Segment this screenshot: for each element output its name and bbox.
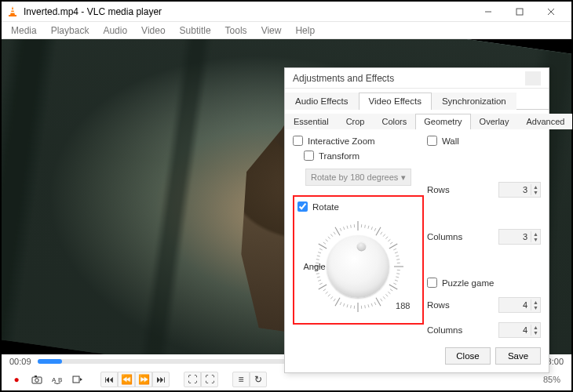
loop-button[interactable]: ↻ <box>250 372 267 387</box>
subtab-overlay[interactable]: Overlay <box>471 114 518 129</box>
minimize-button[interactable] <box>473 2 504 21</box>
subtab-geometry[interactable]: Geometry <box>415 114 470 129</box>
next-button[interactable]: ⏭ <box>152 372 170 387</box>
svg-line-80 <box>335 227 340 235</box>
fullscreen-button[interactable]: ⛶ <box>184 372 201 387</box>
maximize-button[interactable] <box>504 2 535 21</box>
menu-media[interactable]: Media <box>5 24 43 38</box>
svg-line-70 <box>316 260 319 260</box>
angle-label: Angle <box>303 262 325 271</box>
titlebar: Inverted.mp4 - VLC media player <box>2 2 571 22</box>
puzzle-columns-spin[interactable]: 4▲▼ <box>498 322 541 338</box>
window-title: Inverted.mp4 - VLC media player <box>24 6 473 17</box>
dialog-titlebar: Adjustments and Effects <box>285 68 549 89</box>
svg-line-54 <box>344 303 345 307</box>
svg-line-78 <box>331 234 334 237</box>
close-button[interactable] <box>535 2 567 21</box>
svg-line-71 <box>317 256 320 256</box>
svg-text:A: A <box>52 376 57 383</box>
volume-percent: 85% <box>543 375 565 384</box>
menu-audio[interactable]: Audio <box>97 24 133 38</box>
svg-line-81 <box>341 228 342 231</box>
wall-checkbox[interactable]: Wall <box>427 136 541 146</box>
menubar: Media Playback Audio Video Subtitle Tool… <box>2 22 571 39</box>
tab-audio-effects[interactable]: Audio Effects <box>285 93 359 110</box>
svg-line-47 <box>368 304 369 307</box>
subtab-colors[interactable]: Colors <box>373 114 415 129</box>
puzzle-columns-label: Columns <box>427 325 462 335</box>
puzzle-rows-spin[interactable]: 4▲▼ <box>498 297 541 313</box>
wall-rows-spin[interactable]: 3▲▼ <box>498 182 541 198</box>
tab-video-effects[interactable]: Video Effects <box>359 93 432 110</box>
wall-columns-label: Columns <box>427 232 462 241</box>
wall-columns-spin[interactable]: 3▲▼ <box>498 229 541 245</box>
svg-line-18 <box>372 227 373 230</box>
svg-line-39 <box>390 289 392 291</box>
angle-value: 188 <box>396 301 410 310</box>
tab-synchronization[interactable]: Synchronization <box>432 93 516 110</box>
svg-line-59 <box>328 294 330 296</box>
svg-line-53 <box>347 304 348 307</box>
menu-subtitle[interactable]: Subtitle <box>173 24 217 38</box>
prev-button[interactable]: ⏮ <box>100 372 118 387</box>
svg-line-23 <box>386 237 389 239</box>
subtab-advanced[interactable]: Advanced <box>517 114 573 129</box>
svg-line-29 <box>396 256 400 256</box>
subtab-essential[interactable]: Essential <box>285 114 338 129</box>
menu-video[interactable]: Video <box>135 24 171 38</box>
svg-line-63 <box>319 283 323 285</box>
svg-line-43 <box>381 299 382 301</box>
svg-line-21 <box>381 232 382 234</box>
playlist-button[interactable]: ≡ <box>232 372 250 387</box>
dialog-close-icon[interactable] <box>525 71 541 85</box>
menu-tools[interactable]: Tools <box>219 24 254 38</box>
interactive-zoom-checkbox[interactable]: Interactive Zoom <box>293 136 424 146</box>
svg-line-17 <box>368 226 369 229</box>
rewind-button[interactable]: ⏪ <box>118 372 135 387</box>
svg-marker-13 <box>80 378 82 381</box>
svg-line-57 <box>334 299 335 301</box>
svg-line-37 <box>394 283 397 285</box>
svg-line-56 <box>335 298 340 306</box>
menu-view[interactable]: View <box>255 24 288 38</box>
svg-rect-4 <box>516 9 523 15</box>
svg-line-22 <box>384 234 386 237</box>
frame-step-button[interactable] <box>69 372 86 387</box>
svg-line-34 <box>397 274 400 274</box>
sub-tabs: Essential Crop Colors Geometry Overlay A… <box>285 110 549 129</box>
menu-playback[interactable]: Playback <box>45 24 96 38</box>
svg-line-66 <box>316 274 319 274</box>
record-button[interactable]: ● <box>8 372 25 387</box>
svg-line-77 <box>328 237 330 239</box>
svg-line-26 <box>389 244 397 249</box>
svg-line-35 <box>396 277 400 278</box>
close-button[interactable]: Close <box>445 347 491 365</box>
rotate-dial[interactable]: Angle 188 <box>306 216 410 317</box>
svg-line-55 <box>341 302 342 305</box>
menu-help[interactable]: Help <box>289 24 321 38</box>
transform-select[interactable]: Rotate by 180 degrees ▾ <box>305 169 411 186</box>
forward-button[interactable]: ⏩ <box>135 372 152 387</box>
svg-line-28 <box>395 252 398 253</box>
svg-line-74 <box>319 244 327 249</box>
svg-line-44 <box>376 298 381 306</box>
loop-ab-button[interactable]: AB <box>49 372 66 387</box>
snapshot-button[interactable] <box>28 372 46 387</box>
svg-line-75 <box>323 242 326 244</box>
subtab-crop[interactable]: Crop <box>338 114 374 129</box>
svg-line-19 <box>375 228 377 231</box>
svg-line-65 <box>317 277 320 278</box>
svg-rect-12 <box>73 376 79 383</box>
svg-line-60 <box>326 292 328 294</box>
dialog-title: Adjustments and Effects <box>293 73 394 84</box>
transform-checkbox[interactable]: Transform <box>304 151 424 161</box>
svg-rect-1 <box>11 9 14 11</box>
wall-rows-label: Rows <box>427 185 450 194</box>
svg-rect-9 <box>35 376 37 377</box>
exit-fullscreen-button[interactable]: ⛶ <box>201 372 218 387</box>
save-button[interactable]: Save <box>495 347 541 365</box>
rotate-checkbox[interactable]: Rotate <box>297 201 419 212</box>
puzzle-checkbox[interactable]: Puzzle game <box>427 278 541 288</box>
svg-point-8 <box>35 379 39 383</box>
svg-line-79 <box>334 232 335 234</box>
